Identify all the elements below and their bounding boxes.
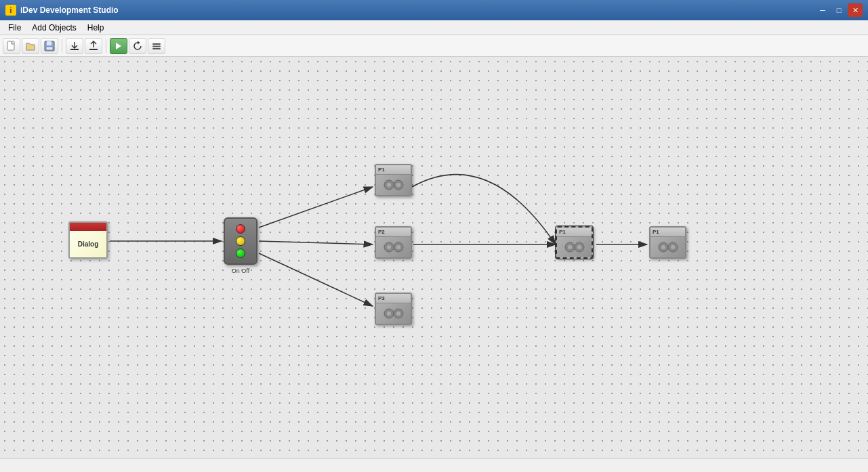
minimize-button[interactable]: ─ [815,3,830,17]
window-title: iDev Development Studio [20,5,119,15]
run-button[interactable] [110,38,127,54]
svg-rect-5 [89,49,98,50]
p4-node[interactable]: P1 [556,226,593,259]
separator-2 [106,39,106,53]
new-button[interactable] [3,38,20,54]
svg-rect-7 [152,43,161,45]
svg-point-20 [396,183,400,187]
p4-body [557,237,592,257]
svg-rect-3 [46,47,53,50]
export-button[interactable] [85,38,102,54]
settings-button[interactable] [148,38,165,54]
p4-label: P1 [557,228,592,237]
p5-body [650,237,685,257]
menu-bar: File Add Objects Help [0,20,868,35]
svg-point-36 [671,245,675,249]
menu-help[interactable]: Help [82,22,110,34]
maximize-button[interactable]: □ [831,3,846,17]
green-light [236,249,245,258]
p1-node[interactable]: P1 [375,164,412,196]
menu-file[interactable]: File [3,22,26,34]
separator-1 [62,39,62,53]
title-bar: i iDev Development Studio ─ □ ✕ [0,0,868,20]
p4-box: P1 [556,226,593,259]
toolbar [0,35,868,57]
title-bar-controls: ─ □ ✕ [815,3,863,17]
app-icon: i [5,5,16,16]
p2-node[interactable]: P2 [375,226,412,259]
p2-box: P2 [375,226,412,259]
open-button[interactable] [22,38,39,54]
svg-rect-9 [152,48,161,49]
svg-point-27 [387,312,391,316]
svg-line-14 [259,253,373,306]
svg-point-28 [396,312,400,316]
import-button[interactable] [66,38,83,54]
p1-body [376,175,411,195]
title-bar-left: i iDev Development Studio [5,5,119,16]
p5-node[interactable]: P1 [649,226,686,259]
p2-label: P2 [376,228,411,237]
status-bar [0,458,868,472]
svg-point-31 [568,245,572,249]
p3-node[interactable]: P3 [375,293,412,325]
dialog-label: Dialog [78,240,99,248]
svg-rect-8 [152,45,161,47]
svg-line-13 [259,241,373,244]
p1-box: P1 [375,164,412,196]
p3-box: P3 [375,293,412,325]
dialog-node[interactable]: Dialog [68,221,108,262]
svg-point-24 [396,245,400,249]
p5-box: P1 [649,226,686,259]
svg-point-32 [577,245,581,249]
p5-label: P1 [650,228,685,237]
p3-body [376,303,411,324]
canvas[interactable]: Dialog P1 P2 [0,57,868,458]
svg-rect-4 [70,49,79,50]
traffic-light [224,217,257,265]
svg-rect-0 [7,41,14,50]
arrows-layer [0,57,868,458]
svg-rect-2 [47,41,51,45]
menu-add-objects[interactable]: Add Objects [26,22,81,34]
svg-point-23 [387,245,391,249]
traffic-light-node[interactable] [224,217,257,265]
p2-body [376,237,411,257]
svg-marker-6 [116,43,121,49]
red-light [236,224,245,234]
refresh-button[interactable] [129,38,146,54]
svg-point-19 [387,183,391,187]
save-button[interactable] [41,38,58,54]
close-button[interactable]: ✕ [848,3,863,17]
yellow-light [236,236,245,246]
p3-label: P3 [376,294,411,303]
svg-point-35 [661,245,665,249]
svg-line-12 [259,187,373,228]
p1-label: P1 [376,165,411,175]
dialog-box: Dialog [68,221,108,259]
